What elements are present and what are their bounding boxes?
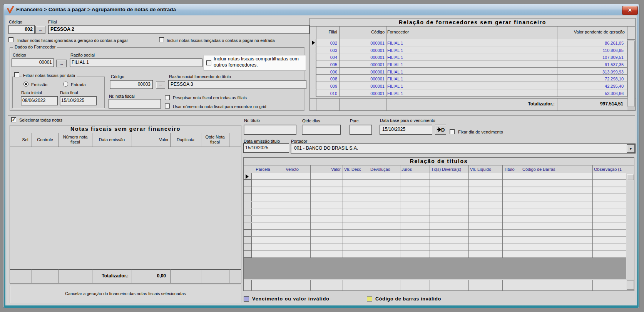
svg-text:D: D xyxy=(441,127,445,132)
